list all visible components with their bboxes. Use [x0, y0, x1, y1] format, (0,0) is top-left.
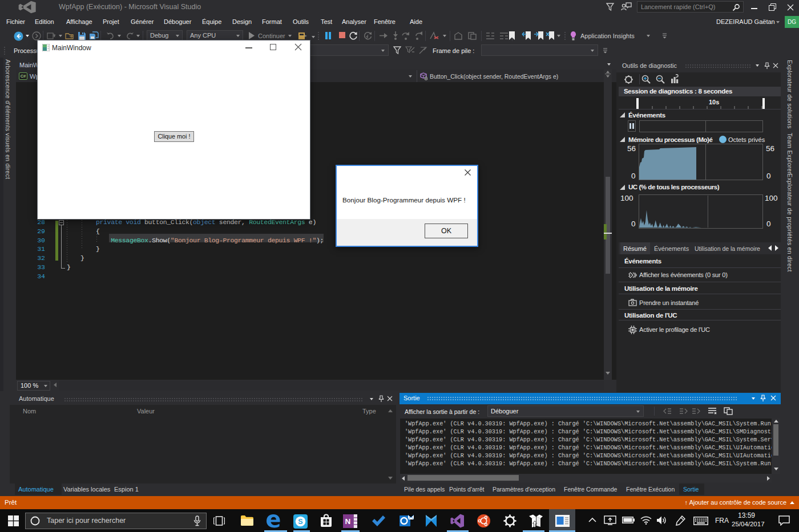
svg-text:N: N: [345, 517, 350, 526]
svg-text:S: S: [298, 518, 302, 526]
